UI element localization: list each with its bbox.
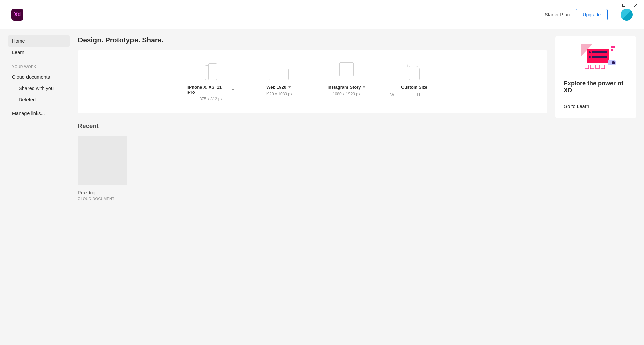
sidebar-item-cloud-documents[interactable]: Cloud documents	[8, 71, 70, 83]
instagram-icon	[339, 61, 354, 80]
preset-label: iPhone X, XS, 11 Pro	[187, 85, 230, 95]
explore-title: Explore the power of XD	[564, 80, 628, 94]
preset-dims: 1920 x 1080 px	[265, 92, 292, 96]
preset-instagram[interactable]: Instagram Story 1080 x 1920 px	[323, 61, 370, 101]
presets-card: iPhone X, XS, 11 Pro 375 x 812 px Web 19…	[78, 50, 547, 113]
page-title: Design. Prototype. Share.	[78, 36, 547, 44]
svg-rect-17	[596, 65, 599, 69]
chevron-down-icon[interactable]	[288, 86, 291, 88]
preset-dims: 375 x 812 px	[200, 97, 223, 101]
minimize-icon[interactable]	[609, 3, 614, 7]
web-icon	[269, 61, 289, 80]
preset-iphone[interactable]: iPhone X, XS, 11 Pro 375 x 812 px	[187, 61, 234, 101]
chevron-down-icon[interactable]	[232, 89, 234, 91]
close-icon[interactable]	[633, 3, 638, 7]
height-input[interactable]	[425, 92, 438, 98]
width-label: W	[390, 93, 394, 97]
svg-rect-15	[585, 65, 589, 69]
svg-rect-14	[612, 61, 615, 64]
upgrade-button[interactable]: Upgrade	[576, 9, 608, 20]
app-logo: Xd	[11, 9, 23, 21]
recent-type: CLOUD DOCUMENT	[78, 197, 127, 201]
preset-label: Web 1920	[266, 85, 286, 90]
svg-rect-18	[601, 65, 605, 69]
svg-rect-7	[592, 51, 607, 53]
preset-label: Custom Size	[401, 85, 427, 90]
document-icon: +	[409, 61, 420, 80]
sidebar-item-shared[interactable]: Shared with you	[8, 83, 70, 94]
sidebar-item-home[interactable]: Home	[8, 35, 70, 47]
preset-web[interactable]: Web 1920 1920 x 1080 px	[255, 61, 302, 101]
preset-dims: 1080 x 1920 px	[333, 92, 360, 96]
svg-rect-16	[590, 65, 594, 69]
svg-rect-10	[611, 46, 613, 48]
preset-custom[interactable]: + Custom Size W H	[391, 61, 438, 101]
sidebar-section-header: YOUR WORK	[8, 58, 70, 71]
preset-label: Instagram Story	[328, 85, 361, 90]
explore-illustration	[564, 43, 628, 73]
svg-point-6	[589, 51, 591, 53]
phone-icon	[205, 61, 217, 80]
sidebar: Home Learn YOUR WORK Cloud documents Sha…	[0, 29, 78, 345]
recent-thumbnail	[78, 136, 127, 185]
svg-point-8	[589, 56, 591, 58]
width-input[interactable]	[399, 92, 412, 98]
maximize-icon[interactable]	[621, 3, 626, 7]
window-controls	[609, 0, 644, 10]
explore-panel: Explore the power of XD Go to Learn	[555, 36, 636, 118]
svg-rect-1	[622, 4, 625, 6]
header: Xd Starter Plan Upgrade	[0, 0, 644, 29]
svg-rect-11	[613, 46, 615, 48]
plan-label: Starter Plan	[545, 12, 570, 17]
recent-title: Recent	[78, 122, 547, 130]
recent-item[interactable]: Prazdroj CLOUD DOCUMENT	[78, 136, 127, 201]
svg-rect-9	[592, 56, 607, 58]
height-label: H	[417, 93, 420, 97]
recent-name: Prazdroj	[78, 190, 127, 195]
go-to-learn-link[interactable]: Go to Learn	[564, 104, 628, 109]
avatar[interactable]	[621, 9, 633, 21]
sidebar-item-manage-links[interactable]: Manage links...	[8, 108, 70, 119]
sidebar-item-learn[interactable]: Learn	[8, 47, 70, 58]
svg-rect-12	[611, 49, 613, 51]
sidebar-item-deleted[interactable]: Deleted	[8, 94, 70, 106]
chevron-down-icon[interactable]	[363, 86, 365, 88]
